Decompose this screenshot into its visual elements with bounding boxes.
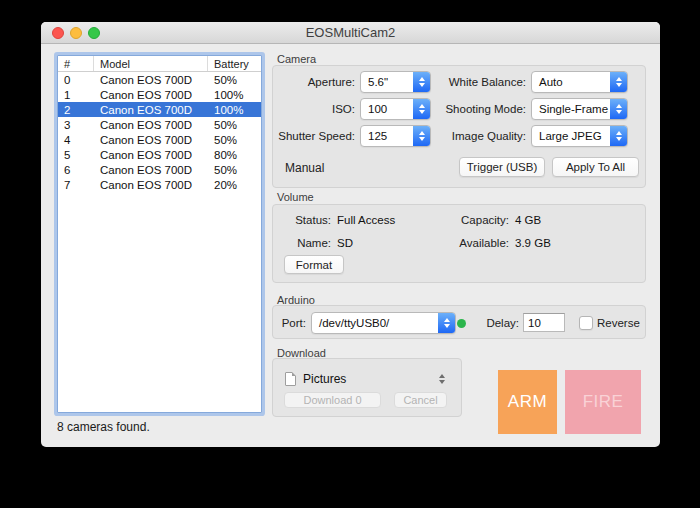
fire-button[interactable]: FIRE	[565, 370, 641, 434]
white-balance-select[interactable]: Auto	[531, 71, 628, 93]
volume-status-value: Full Access	[331, 214, 447, 226]
table-body: 0 Canon EOS 700D 50% 1 Canon EOS 700D 10…	[58, 72, 261, 192]
port-label: Port:	[279, 317, 306, 329]
trigger-usb-button[interactable]: Trigger (USB)	[459, 157, 545, 177]
table-row[interactable]: 0 Canon EOS 700D 50%	[58, 72, 261, 87]
arm-button[interactable]: ARM	[498, 370, 557, 434]
minimize-window-button[interactable]	[70, 27, 82, 39]
cancel-button[interactable]: Cancel	[394, 392, 447, 408]
volume-group-label: Volume	[277, 191, 314, 203]
camera-table[interactable]: # Model Battery 0 Canon EOS 700D 50% 1 C…	[57, 55, 262, 413]
table-row[interactable]: 5 Canon EOS 700D 80%	[58, 147, 261, 162]
image-quality-label: Image Quality:	[391, 130, 526, 142]
reverse-checkbox[interactable]	[579, 316, 593, 330]
camera-group-label: Camera	[277, 53, 316, 65]
folder-select[interactable]: Pictures	[285, 368, 449, 390]
window-controls	[52, 27, 100, 39]
volume-capacity-value: 4 GB	[509, 214, 541, 226]
app-window: EOSMultiCam2 # Model Battery 0 Canon EOS…	[41, 22, 660, 447]
aperture-label: Aperture:	[277, 76, 355, 88]
camera-group-box: Aperture: 5.6" ISO: 100 Shutter Speed: 1…	[272, 65, 646, 188]
format-button[interactable]: Format	[284, 255, 344, 274]
volume-name-label: Name:	[273, 237, 331, 249]
volume-group-box: Status: Full Access Capacity: 4 GB Name:…	[272, 204, 646, 283]
white-balance-label: White Balance:	[391, 76, 526, 88]
image-quality-select[interactable]: Large JPEG	[531, 125, 628, 147]
table-row[interactable]: 3 Canon EOS 700D 50%	[58, 117, 261, 132]
delay-label: Delay:	[473, 317, 519, 329]
arduino-group-box: Port: /dev/ttyUSB0/ Delay: Reverse	[272, 305, 646, 339]
volume-name-value: SD	[331, 237, 447, 249]
volume-available-label: Available:	[447, 237, 509, 249]
table-row[interactable]: 6 Canon EOS 700D 50%	[58, 162, 261, 177]
manual-label: Manual	[285, 161, 324, 175]
port-select[interactable]: /dev/ttyUSB0/	[311, 312, 456, 334]
apply-to-all-button[interactable]: Apply To All	[552, 157, 639, 177]
table-row[interactable]: 7 Canon EOS 700D 20%	[58, 177, 261, 192]
column-header-battery[interactable]: Battery	[208, 56, 261, 71]
column-header-model[interactable]: Model	[94, 56, 208, 71]
close-window-button[interactable]	[52, 27, 64, 39]
delay-input[interactable]	[523, 313, 565, 332]
volume-available-value: 3.9 GB	[509, 237, 551, 249]
connection-status-icon	[457, 319, 466, 328]
stepper-icon	[610, 99, 627, 119]
stepper-icon	[438, 313, 455, 333]
shooting-mode-label: Shooting Mode:	[391, 103, 526, 115]
table-header: # Model Battery	[58, 56, 261, 72]
table-row[interactable]: 1 Canon EOS 700D 100%	[58, 87, 261, 102]
title-bar[interactable]: EOSMultiCam2	[41, 22, 660, 44]
shutter-speed-label: Shutter Speed:	[277, 130, 355, 142]
shooting-mode-select[interactable]: Single-Frame	[531, 98, 628, 120]
volume-status-label: Status:	[273, 214, 331, 226]
status-bar-text: 8 cameras found.	[57, 420, 150, 434]
stepper-icon	[610, 126, 627, 146]
download-group-box: Pictures Download 0 Cancel	[272, 358, 462, 417]
window-title: EOSMultiCam2	[41, 22, 660, 44]
chevron-up-down-icon	[439, 374, 445, 384]
iso-label: ISO:	[277, 103, 355, 115]
table-row[interactable]: 4 Canon EOS 700D 50%	[58, 132, 261, 147]
file-icon	[285, 372, 296, 386]
zoom-window-button[interactable]	[88, 27, 100, 39]
folder-value: Pictures	[303, 372, 439, 386]
reverse-label: Reverse	[597, 317, 640, 329]
stepper-icon	[610, 72, 627, 92]
table-row-selected[interactable]: 2 Canon EOS 700D 100%	[58, 102, 261, 117]
volume-capacity-label: Capacity:	[447, 214, 509, 226]
download-button[interactable]: Download 0	[284, 392, 381, 408]
column-header-number[interactable]: #	[58, 56, 94, 71]
